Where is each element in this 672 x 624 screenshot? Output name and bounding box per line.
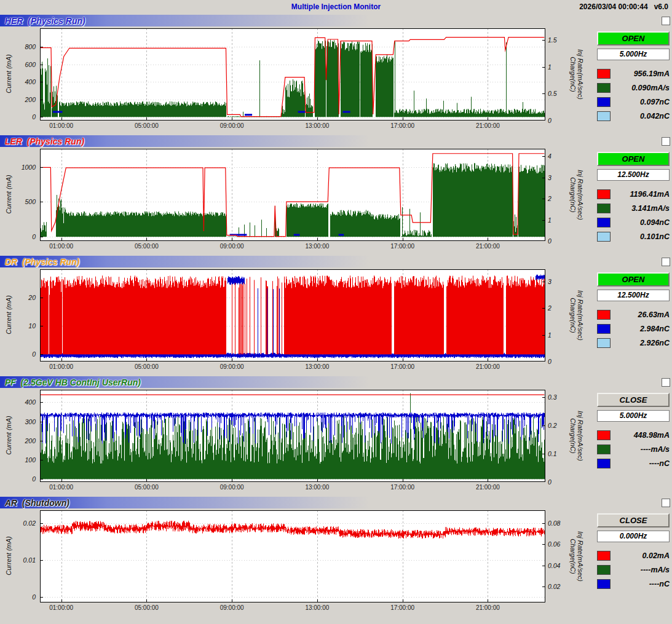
legend-swatch	[597, 579, 611, 589]
app-title: Multiple Injection Monitor	[0, 2, 672, 11]
x-tick-label: 17:00:00	[383, 604, 422, 612]
readout-value: 26.63mA	[638, 310, 670, 319]
header: Multiple Injection Monitor 2026/03/04 00…	[0, 0, 672, 15]
readout-value: ----mA/s	[641, 566, 670, 574]
titlebar-endbox	[662, 258, 670, 266]
readout-list: 1196.41mA3.141mA/s0.094nC0.101nC	[597, 187, 670, 243]
chart-canvas	[40, 149, 545, 241]
y-tick-label-right: 0.04	[548, 562, 560, 569]
readout-value: 2.926nC	[640, 339, 670, 347]
y-axis-title-right: Inj Rate(mA/sec)Charge(nC)	[569, 149, 584, 241]
x-tick-label: 21:00:00	[468, 363, 507, 371]
readout-row: ----nC	[597, 577, 670, 591]
y-tick-label-right: 0.06	[548, 540, 560, 548]
y-tick-label-right: 2	[548, 195, 551, 202]
legend-swatch	[597, 338, 611, 348]
readout-value: 0.101nC	[640, 232, 670, 241]
readout-list: 0.02mA----mA/s----nC	[597, 548, 670, 591]
x-tick-label: 13:00:00	[298, 363, 337, 371]
readout-row: 3.141mA/s	[597, 201, 670, 215]
legend-swatch	[597, 310, 611, 320]
readout-row: 1196.41mA	[597, 187, 670, 201]
panels-container: HER (Physics Run) 020040060080000.511.50…	[0, 15, 672, 617]
chart-canvas	[40, 390, 545, 482]
x-tick-label: 13:00:00	[298, 243, 337, 250]
readout-value: 2.984nC	[640, 325, 670, 333]
chart-canvas	[40, 510, 545, 602]
chart-canvas	[40, 28, 545, 120]
y-tick-label-right: 0	[548, 237, 551, 245]
readout-value: ----mA/s	[641, 445, 670, 454]
y-tick-label-right: 0.08	[548, 519, 560, 527]
x-tick-label: 05:00:00	[127, 363, 166, 371]
x-tick-label: 17:00:00	[383, 243, 422, 250]
panel-titlebar: DR (Physics Run)	[0, 256, 672, 267]
x-tick-label: 09:00:00	[212, 243, 251, 250]
readout-row: 956.19mA	[597, 66, 670, 81]
status-button-her[interactable]: OPEN	[597, 31, 670, 45]
readout-value: 3.141mA/s	[631, 204, 670, 213]
legend-swatch	[597, 565, 611, 575]
readout-list: 448.98mA----mA/s----nC	[597, 428, 670, 470]
status-button-ler[interactable]: OPEN	[597, 152, 670, 166]
panel-title: DR (Physics Run)	[0, 257, 79, 267]
readout-value: 956.19mA	[634, 69, 670, 78]
legend-swatch	[597, 97, 611, 107]
panel-titlebar: HER (Physics Run)	[0, 15, 672, 26]
y-tick-label-right: 2	[548, 304, 551, 312]
x-tick-label: 05:00:00	[127, 604, 166, 612]
chart: 050010000123401:00:0005:00:0009:00:0013:…	[0, 148, 595, 255]
y-tick-label-right: 1	[548, 216, 551, 224]
panel-PF: PF (2.5GeV HB ContInj UserRun) 010020030…	[0, 376, 672, 497]
frequency-display: 12.500Hz	[597, 290, 670, 301]
y-axis-title-left: Current (mA)	[5, 28, 12, 120]
panel-DR: DR (Physics Run) 01020012301:00:0005:00:…	[0, 256, 672, 376]
y-tick-label-right: 0.1	[548, 450, 557, 457]
y-tick-label-right: 0	[548, 478, 551, 486]
readout-row: 0.101nC	[597, 229, 670, 243]
y-tick-label-right: 1.5	[548, 36, 557, 44]
readout-value: 0.02mA	[642, 551, 670, 560]
injection-monitor-app: Multiple Injection Monitor 2026/03/04 00…	[0, 0, 672, 617]
x-tick-label: 01:00:00	[42, 122, 81, 130]
panel-sidebar: CLOSE 5.000Hz 448.98mA----mA/s----nC	[597, 393, 670, 470]
y-axis-title-right: Inj Rate(mA/sec)Charge(nC)	[569, 390, 584, 482]
legend-swatch	[597, 444, 611, 454]
readout-row: 0.094nC	[597, 215, 670, 229]
chart: 00.010.020.020.040.060.0801:00:0005:00:0…	[0, 509, 595, 617]
status-button-pf[interactable]: CLOSE	[597, 393, 670, 407]
x-tick-label: 21:00:00	[468, 243, 507, 250]
x-tick-label: 09:00:00	[212, 484, 251, 491]
readout-row: 448.98mA	[597, 428, 670, 442]
readout-row: 0.042nC	[597, 109, 670, 123]
y-axis-title-left: Current (mA)	[5, 148, 12, 240]
readout-row: 2.984nC	[597, 322, 670, 336]
legend-swatch	[597, 69, 611, 79]
frequency-display: 12.500Hz	[597, 169, 670, 181]
y-tick-label-right: 3	[548, 174, 551, 181]
x-tick-label: 21:00:00	[468, 484, 507, 491]
y-tick-label-right: 0.3	[548, 393, 557, 401]
legend-swatch	[597, 430, 611, 440]
panel-AR: AR (Shutdown) 00.010.020.020.040.060.080…	[0, 497, 672, 617]
status-button-dr[interactable]: OPEN	[597, 272, 670, 286]
frequency-display: 0.000Hz	[597, 531, 670, 542]
y-axis-title-left: Current (mA)	[5, 389, 12, 481]
readout-row: 0.090mA/s	[597, 81, 670, 95]
panel-title: LER (Physics Run)	[0, 136, 84, 146]
x-tick-label: 01:00:00	[42, 484, 81, 491]
y-tick-label-right: 0.02	[548, 583, 560, 590]
legend-swatch	[597, 459, 611, 468]
x-tick-label: 01:00:00	[42, 604, 81, 612]
y-tick-label-right: 3	[548, 278, 551, 285]
readout-row: 2.926nC	[597, 336, 670, 350]
x-tick-label: 17:00:00	[383, 484, 422, 491]
readout-value: 0.042nC	[640, 112, 670, 120]
panel-titlebar: LER (Physics Run)	[0, 135, 672, 147]
legend-swatch	[597, 111, 611, 121]
status-button-ar[interactable]: CLOSE	[597, 513, 670, 527]
chart: 010020030040000.10.20.301:00:0005:00:000…	[0, 389, 595, 496]
panel-body: 01020012301:00:0005:00:0009:00:0013:00:0…	[0, 267, 672, 376]
y-axis-title-right: Inj Rate(mA/sec)Charge(nC)	[569, 510, 584, 602]
readout-value: 1196.41mA	[630, 190, 670, 199]
